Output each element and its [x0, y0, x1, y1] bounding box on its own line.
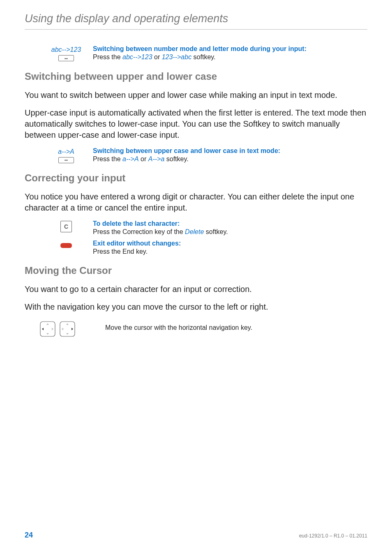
paragraph: With the navigation key you can move the…	[25, 301, 367, 313]
svg-marker-9	[66, 333, 69, 335]
nav-right-key-icon	[59, 321, 76, 337]
softkey-ref: abc-->123	[122, 53, 152, 60]
key-indicator: C	[39, 220, 93, 232]
section-heading-correcting: Correcting your input	[25, 172, 367, 184]
svg-marker-5	[52, 328, 53, 330]
text: or	[152, 53, 162, 60]
text: or	[139, 155, 148, 162]
section-heading-upper-lower: Switching between upper and lower case	[25, 71, 367, 82]
instruction-upper-lower: a-->A Switching between upper case and l…	[25, 147, 367, 164]
instruction-heading: Switching between upper case and lower c…	[93, 147, 367, 155]
end-key-icon	[59, 241, 73, 250]
instruction-body: Move the cursor with the horizontal navi…	[105, 320, 367, 332]
svg-marker-4	[46, 333, 49, 335]
instruction-body: Press the a-->A or A-->a softkey.	[93, 155, 367, 164]
paragraph: Upper-case input is automatically activa…	[25, 107, 367, 141]
text: softkey.	[204, 228, 228, 235]
document-id: eud-1292/1.0 – R1.0 – 01.2011	[299, 533, 367, 539]
svg-marker-11	[71, 328, 73, 330]
softkey-label: abc-->123	[51, 46, 81, 53]
key-indicator	[39, 240, 93, 250]
svg-marker-3	[46, 323, 49, 325]
text: Press the Correction key of the	[93, 228, 185, 235]
instruction-body: Press the End key.	[93, 247, 367, 256]
instruction-delete-char: C To delete the last character: Press th…	[25, 220, 367, 236]
instruction-exit-editor: Exit editor without changes: Press the E…	[25, 240, 367, 256]
softkey-icon	[58, 55, 74, 61]
instruction-number-letter-mode: abc-->123 Switching between number mode …	[25, 45, 367, 62]
svg-point-0	[61, 245, 62, 246]
instruction-heading: Switching between number mode and letter…	[93, 45, 367, 53]
nav-left-key-icon	[39, 321, 56, 337]
softkey-ref: Delete	[185, 228, 204, 235]
softkey-icon	[58, 157, 74, 163]
page-title: Using the display and operating elements	[25, 12, 367, 30]
text: Press the	[93, 155, 122, 162]
softkey-ref: 123-->abc	[162, 53, 192, 60]
softkey-ref: a-->A	[122, 155, 139, 162]
instruction-body: Press the Correction key of the Delete s…	[93, 227, 367, 236]
svg-marker-6	[42, 328, 44, 330]
instruction-heading: To delete the last character:	[93, 220, 367, 227]
svg-marker-10	[62, 328, 63, 330]
softkey-label: a-->A	[58, 148, 74, 155]
softkey-indicator: abc-->123	[39, 45, 93, 61]
instruction-move-cursor: Move the cursor with the horizontal navi…	[25, 320, 367, 337]
text: softkey.	[191, 53, 215, 60]
svg-marker-8	[66, 323, 69, 325]
section-heading-cursor: Moving the Cursor	[25, 265, 367, 276]
svg-point-1	[70, 245, 71, 246]
key-indicator	[39, 320, 105, 337]
softkey-ref: A-->a	[148, 155, 165, 162]
paragraph: You want to go to a certain character fo…	[25, 284, 367, 295]
instruction-body: Press the abc-->123 or 123-->abc softkey…	[93, 53, 367, 62]
page-number: 24	[25, 531, 33, 540]
text: softkey.	[164, 155, 188, 162]
text: Press the	[93, 53, 122, 60]
correction-key-icon: C	[60, 221, 72, 232]
paragraph: You want to switch between upper and low…	[25, 90, 367, 101]
page-footer: 24 eud-1292/1.0 – R1.0 – 01.2011	[25, 531, 367, 540]
paragraph: You notice you have entered a wrong digi…	[25, 191, 367, 213]
softkey-indicator: a-->A	[39, 147, 93, 163]
instruction-heading: Exit editor without changes:	[93, 240, 367, 247]
